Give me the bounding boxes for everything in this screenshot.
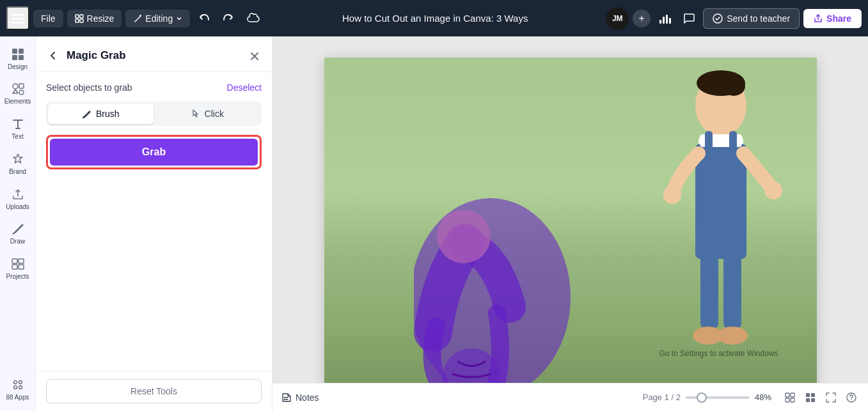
svg-point-43 — [764, 182, 782, 199]
bottom-bar: Notes Page 1 / 2 48% — [272, 383, 868, 411]
analytics-icon — [658, 12, 671, 25]
brush-icon — [82, 109, 92, 119]
panel-close-button[interactable] — [248, 47, 262, 64]
help-button[interactable] — [844, 389, 859, 406]
sidebar-item-projects[interactable]: Projects — [1, 251, 35, 285]
menu-button[interactable] — [6, 6, 29, 30]
svg-rect-49 — [785, 393, 789, 397]
undo-button[interactable] — [194, 8, 214, 29]
svg-rect-6 — [80, 19, 83, 22]
panel-body: Select objects to grab Deselect Brush Cl… — [36, 72, 272, 371]
panel-footer: Reset Tools — [36, 371, 272, 411]
analytics-button[interactable] — [654, 8, 675, 29]
cloud-save-button[interactable] — [242, 8, 264, 29]
sidebar-item-draw[interactable]: Draw — [1, 217, 35, 251]
comments-button[interactable] — [679, 8, 699, 29]
svg-rect-53 — [806, 393, 810, 397]
redo-button[interactable] — [218, 8, 239, 29]
document-title: How to Cut Out an Image in Canva: 3 Ways — [268, 13, 602, 24]
sidebar-item-design[interactable]: Design — [1, 42, 35, 75]
canvas-image: Go to Settings to activate Windows — [324, 58, 817, 390]
svg-rect-37 — [729, 131, 737, 182]
magic-grab-panel: Magic Grab Select objects to grab Desele… — [36, 36, 272, 411]
sidebar-item-apps[interactable]: 88 Apps — [1, 372, 35, 406]
draw-label: Draw — [10, 238, 25, 245]
text-label: Text — [12, 133, 23, 140]
cursor-icon — [191, 109, 201, 119]
svg-point-45 — [437, 210, 491, 263]
svg-rect-21 — [19, 259, 24, 263]
svg-rect-15 — [12, 55, 17, 60]
sidebar-item-brand[interactable]: Brand — [1, 146, 35, 180]
elements-icon — [11, 82, 25, 97]
svg-rect-18 — [19, 84, 24, 88]
svg-rect-14 — [19, 49, 24, 54]
zoom-slider-container — [686, 396, 750, 399]
cloud-icon — [246, 12, 260, 26]
help-icon — [846, 392, 856, 403]
fullscreen-button[interactable] — [823, 389, 839, 406]
send-to-teacher-label: Send to teacher — [727, 13, 790, 24]
grab-button[interactable]: Grab — [50, 139, 258, 166]
share-button[interactable]: Share — [803, 9, 862, 28]
svg-rect-1 — [12, 18, 24, 20]
svg-rect-22 — [12, 265, 17, 269]
svg-rect-52 — [791, 398, 794, 402]
resize-button[interactable]: Resize — [67, 10, 122, 27]
brush-mode-button[interactable]: Brush — [48, 104, 154, 124]
text-icon — [11, 116, 25, 131]
sidebar-item-uploads[interactable]: Uploads — [1, 182, 35, 215]
redo-icon — [222, 12, 235, 25]
sidebar-item-elements[interactable]: Elements — [1, 77, 35, 111]
svg-rect-11 — [669, 18, 671, 24]
svg-point-31 — [697, 70, 745, 96]
grid-view-button[interactable] — [803, 389, 818, 406]
svg-point-58 — [851, 399, 851, 400]
sidebar-item-text[interactable]: Text — [1, 111, 35, 145]
click-label: Click — [205, 109, 224, 119]
svg-rect-10 — [666, 15, 668, 24]
click-mode-button[interactable]: Click — [155, 104, 260, 124]
grab-button-wrapper: Grab — [46, 135, 262, 169]
avatar[interactable]: JM — [606, 7, 629, 30]
select-objects-row: Select objects to grab Deselect — [46, 82, 262, 93]
panel-back-button[interactable] — [46, 47, 60, 63]
notes-button[interactable]: Notes — [281, 392, 319, 403]
grid-icon — [805, 392, 816, 403]
send-to-teacher-button[interactable]: Send to teacher — [703, 8, 800, 29]
share-icon — [814, 14, 823, 23]
svg-rect-54 — [811, 393, 815, 397]
main-layout: Design Elements Text Brand Uploads — [0, 36, 868, 411]
svg-rect-56 — [811, 398, 815, 402]
editing-label: Editing — [145, 13, 173, 24]
svg-rect-13 — [12, 49, 17, 54]
svg-rect-55 — [806, 398, 810, 402]
svg-rect-38 — [700, 252, 718, 329]
svg-rect-16 — [19, 55, 24, 60]
svg-point-26 — [13, 386, 17, 389]
uploads-icon — [11, 187, 25, 201]
design-icon — [11, 47, 25, 61]
panel-header: Magic Grab — [36, 36, 272, 72]
reset-tools-button[interactable]: Reset Tools — [46, 379, 262, 403]
back-arrow-icon — [47, 50, 59, 61]
svg-rect-51 — [785, 398, 789, 402]
svg-point-28 — [83, 116, 84, 118]
svg-point-24 — [13, 381, 17, 384]
canvas-area[interactable]: Go to Settings to activate Windows Notes… — [272, 36, 868, 411]
add-collaborator-button[interactable]: + — [633, 10, 651, 27]
apps-label: 88 Apps — [6, 394, 29, 401]
fit-page-button[interactable] — [782, 389, 798, 406]
panel-title: Magic Grab — [67, 49, 241, 62]
notes-icon — [281, 392, 292, 403]
file-button[interactable]: File — [33, 10, 63, 27]
brand-icon — [11, 151, 25, 166]
zoom-slider[interactable] — [686, 396, 750, 399]
check-circle-icon — [713, 13, 723, 24]
right-kid-figure — [644, 70, 798, 384]
editing-button[interactable]: Editing — [125, 10, 190, 27]
notes-label: Notes — [296, 392, 319, 403]
svg-rect-23 — [19, 265, 24, 269]
undo-icon — [198, 12, 210, 25]
deselect-button[interactable]: Deselect — [227, 82, 262, 93]
